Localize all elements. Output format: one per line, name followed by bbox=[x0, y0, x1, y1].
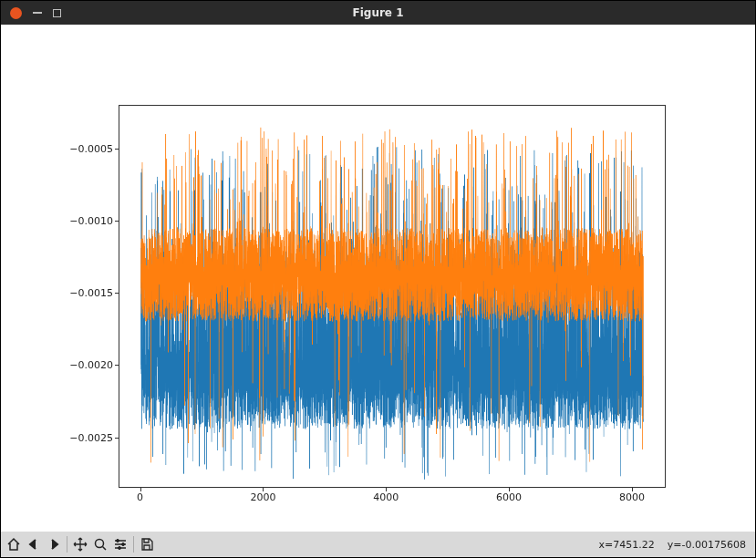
cursor-coordinates: x=7451.22 y=-0.00175608 bbox=[599, 539, 751, 551]
x-tick-label: 0 bbox=[137, 491, 143, 503]
x-tick-label: 2000 bbox=[250, 491, 275, 503]
figure-area[interactable]: −0.0005−0.0010−0.0015−0.0020−0.002502000… bbox=[1, 25, 755, 532]
svg-point-0 bbox=[96, 540, 104, 548]
configure-button[interactable] bbox=[111, 535, 129, 553]
move-icon bbox=[73, 537, 88, 552]
arrow-right-icon bbox=[47, 537, 61, 552]
app-window: Figure 1 −0.0005−0.0010−0.0015−0.0020−0.… bbox=[0, 0, 756, 558]
back-button[interactable] bbox=[25, 535, 43, 553]
window-controls bbox=[1, 7, 61, 19]
matplotlib-toolbar: x=7451.22 y=-0.00175608 bbox=[1, 532, 755, 557]
coord-y: y=-0.00175608 bbox=[668, 539, 746, 551]
minimize-icon[interactable] bbox=[33, 12, 42, 14]
zoom-icon bbox=[93, 537, 108, 552]
y-tick-label: −0.0020 bbox=[69, 359, 113, 371]
svg-point-3 bbox=[119, 547, 121, 550]
sliders-icon bbox=[113, 537, 128, 552]
svg-point-2 bbox=[122, 543, 125, 546]
toolbar-separator bbox=[67, 536, 67, 553]
plot-canvas[interactable] bbox=[119, 106, 665, 487]
pan-button[interactable] bbox=[71, 535, 89, 553]
toolbar-separator bbox=[133, 536, 134, 553]
window-title: Figure 1 bbox=[1, 6, 755, 19]
x-tick-label: 4000 bbox=[373, 491, 399, 503]
y-tick-label: −0.0005 bbox=[69, 142, 113, 154]
y-tick-label: −0.0025 bbox=[69, 431, 113, 443]
maximize-icon[interactable] bbox=[53, 9, 61, 17]
svg-point-1 bbox=[117, 540, 119, 542]
home-button[interactable] bbox=[5, 535, 23, 553]
x-tick-label: 6000 bbox=[496, 491, 522, 503]
forward-button[interactable] bbox=[45, 535, 63, 553]
y-tick-label: −0.0015 bbox=[69, 287, 113, 299]
x-tick-label: 8000 bbox=[619, 491, 645, 503]
save-icon bbox=[140, 537, 154, 552]
zoom-button[interactable] bbox=[91, 535, 109, 553]
y-tick-label: −0.0010 bbox=[69, 214, 113, 226]
title-bar[interactable]: Figure 1 bbox=[1, 1, 755, 25]
coord-x: x=7451.22 bbox=[599, 539, 655, 551]
home-icon bbox=[6, 537, 21, 552]
plot-axes[interactable] bbox=[119, 105, 666, 488]
save-button[interactable] bbox=[138, 535, 156, 553]
close-icon[interactable] bbox=[10, 7, 22, 19]
arrow-left-icon bbox=[26, 537, 41, 552]
